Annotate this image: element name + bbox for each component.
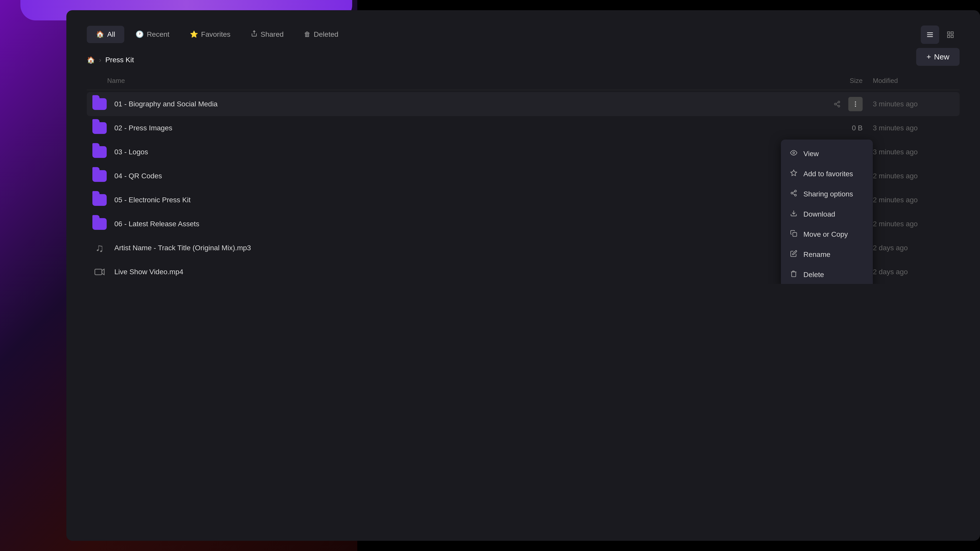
menu-item-view-label: View (803, 150, 819, 158)
file-name-cell: 03 - Logos (92, 146, 791, 159)
trash-icon: 🗑 (304, 30, 310, 38)
tab-deleted[interactable]: 🗑 Deleted (295, 26, 348, 43)
svg-line-11 (836, 105, 838, 106)
file-modified: 3 minutes ago (862, 100, 955, 108)
file-name: 05 - Electronic Press Kit (115, 196, 191, 204)
delete-icon (789, 270, 798, 279)
file-size: 0 B (791, 124, 862, 132)
file-modified: 3 minutes ago (862, 148, 955, 156)
download-icon (789, 210, 798, 219)
star-menu-icon (789, 169, 798, 178)
svg-point-19 (791, 192, 793, 194)
file-name: 01 - Biography and Social Media (115, 100, 218, 108)
tab-bar: 🏠 All 🕐 Recent ⭐ Favorites Sh (87, 25, 959, 43)
svg-point-10 (838, 105, 840, 107)
folder-icon (92, 170, 107, 183)
file-name: 04 - QR Codes (115, 172, 162, 180)
tab-recent[interactable]: 🕐 Recent (126, 26, 179, 43)
svg-rect-41 (95, 269, 102, 275)
menu-item-sharing-label: Sharing options (803, 190, 853, 198)
menu-item-move-copy-label: Move or Copy (803, 230, 848, 238)
new-button-label: New (934, 52, 950, 61)
menu-item-view[interactable]: View (781, 144, 873, 164)
file-name-cell: 04 - QR Codes (92, 170, 791, 183)
file-name: Artist Name - Track Title (Original Mix)… (115, 244, 251, 252)
breadcrumb: 🏠 › Press Kit (87, 56, 959, 64)
breadcrumb-current: Press Kit (105, 56, 134, 64)
file-name: 02 - Press Images (115, 124, 172, 132)
file-name-cell: 01 - Biography and Social Media (92, 98, 791, 110)
file-modified: 2 days ago (862, 268, 955, 276)
file-name: 03 - Logos (115, 148, 148, 156)
more-options-button[interactable] (848, 97, 862, 111)
folder-icon (92, 146, 107, 159)
svg-point-13 (855, 102, 856, 103)
file-name-cell: 06 - Latest Release Assets (92, 218, 791, 230)
breadcrumb-home-icon[interactable]: 🏠 (87, 56, 95, 64)
menu-item-rename-label: Rename (803, 251, 830, 259)
video-file-icon (92, 265, 107, 278)
tab-all-label: All (107, 30, 115, 38)
breadcrumb-separator: › (99, 56, 101, 64)
folder-icon (92, 194, 107, 206)
file-name-cell: 02 - Press Images (92, 122, 791, 135)
context-menu: View Add to favorites (781, 140, 873, 284)
file-modified: 2 days ago (862, 244, 955, 252)
file-modified: 2 minutes ago (862, 172, 955, 180)
tab-deleted-label: Deleted (313, 30, 339, 38)
file-modified: 3 minutes ago (862, 124, 955, 132)
list-view-button[interactable] (921, 25, 939, 44)
svg-rect-24 (793, 233, 797, 237)
column-header-size: Size (791, 77, 862, 85)
menu-item-delete-label: Delete (803, 271, 824, 279)
file-manager-panel: 🏠 All 🕐 Recent ⭐ Favorites Sh (66, 10, 980, 541)
share-file-button[interactable] (830, 97, 844, 111)
rename-icon (789, 250, 798, 259)
menu-item-delete[interactable]: Delete (781, 265, 873, 284)
file-list: 01 - Biography and Social Media (87, 92, 959, 284)
svg-point-16 (793, 152, 795, 154)
svg-rect-6 (948, 35, 950, 38)
new-button[interactable]: + New (916, 48, 959, 66)
file-modified: 2 minutes ago (862, 196, 955, 204)
clock-icon: 🕐 (135, 30, 144, 38)
svg-point-18 (795, 190, 797, 192)
tab-favorites[interactable]: ⭐ Favorites (181, 26, 240, 43)
menu-item-rename[interactable]: Rename (781, 245, 873, 265)
table-row[interactable]: 01 - Biography and Social Media (87, 92, 959, 116)
view-toggle (921, 25, 959, 44)
folder-icon (92, 122, 107, 135)
menu-item-download[interactable]: Download (781, 204, 873, 224)
menu-item-favorites-label: Add to favorites (803, 170, 853, 178)
svg-rect-7 (951, 35, 953, 38)
svg-rect-5 (951, 32, 953, 34)
menu-item-sharing[interactable]: Sharing options (781, 184, 873, 204)
table-row[interactable]: 02 - Press Images 0 B 3 minutes ago (87, 116, 959, 140)
file-name-cell: ♫ Artist Name - Track Title (Original Mi… (92, 241, 791, 254)
svg-line-12 (836, 103, 838, 104)
folder-icon (92, 98, 107, 110)
sharing-icon (789, 189, 798, 198)
new-button-icon: + (926, 52, 931, 61)
svg-point-8 (838, 101, 840, 103)
svg-line-22 (793, 192, 795, 193)
file-name-cell: 05 - Electronic Press Kit (92, 194, 791, 206)
share-icon (251, 30, 258, 38)
svg-point-15 (855, 106, 856, 107)
star-icon: ⭐ (190, 30, 198, 38)
tab-shared[interactable]: Shared (242, 25, 293, 43)
file-name-cell: Live Show Video.mp4 (92, 265, 791, 278)
menu-item-add-to-favorites[interactable]: Add to favorites (781, 164, 873, 184)
column-header-modified: Modified (862, 77, 955, 85)
audio-file-icon: ♫ (92, 241, 107, 254)
grid-view-button[interactable] (941, 25, 959, 44)
home-icon: 🏠 (96, 30, 104, 38)
svg-point-9 (835, 103, 836, 105)
eye-icon (789, 149, 798, 158)
menu-item-move-copy[interactable]: Move or Copy (781, 224, 873, 245)
tab-all[interactable]: 🏠 All (87, 26, 124, 43)
folder-icon (92, 218, 107, 230)
file-modified: 2 minutes ago (862, 220, 955, 228)
svg-line-21 (793, 194, 795, 195)
tab-shared-label: Shared (261, 30, 283, 38)
